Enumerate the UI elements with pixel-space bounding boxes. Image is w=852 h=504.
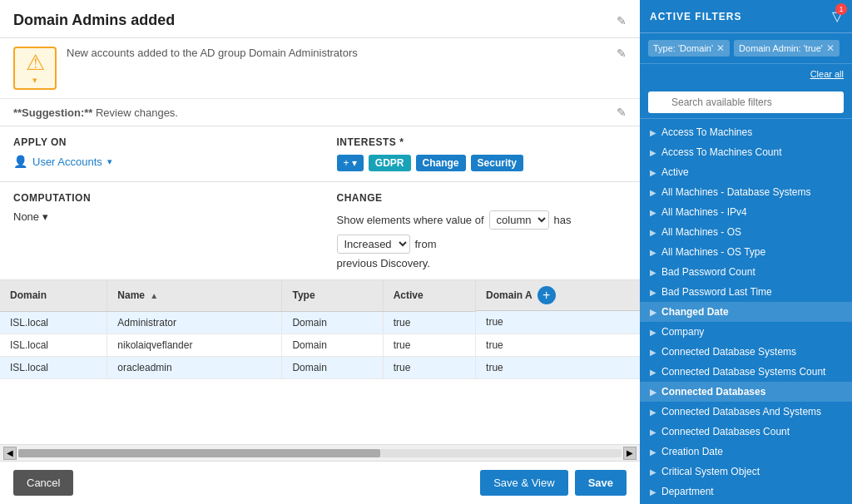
filter-item-label: Connected Databases And Systems: [661, 406, 821, 418]
filter-item-changed-date[interactable]: ▶ Changed Date: [640, 302, 852, 322]
filter-item-all-machines-os-type[interactable]: ▶ All Machines - OS Type: [640, 242, 852, 262]
filter-item-label: Access To Machines Count: [661, 146, 782, 158]
filter-item-label: Company: [661, 326, 704, 338]
filter-item-all-machines-db[interactable]: ▶ All Machines - Database Systems: [640, 182, 852, 202]
table-row: ISL.local oracleadmin Domain true true: [0, 356, 640, 378]
right-sidebar: ACTIVE FILTERS ▽ 1 Type: 'Domain' ✕ Doma…: [640, 0, 852, 504]
filter-arrow: ▶: [650, 288, 656, 297]
alert-content: New accounts added to the AD group Domai…: [67, 47, 607, 59]
filter-item-access-machines[interactable]: ▶ Access To Machines: [640, 122, 852, 142]
alert-section: ⚠ ▾ New accounts added to the AD group D…: [0, 38, 640, 99]
filter-arrow: ▶: [650, 467, 656, 477]
filter-item-company[interactable]: ▶ Company: [640, 322, 852, 342]
show-elements-text: Show elements where value of: [337, 214, 484, 226]
computation-label: COMPUTATION: [13, 192, 304, 204]
filter-arrow: ▶: [650, 348, 656, 357]
filter-item-all-machines-ipv4[interactable]: ▶ All Machines - IPv4: [640, 202, 852, 222]
alert-edit-icon[interactable]: ✎: [617, 47, 627, 60]
filter-item-label: All Machines - OS Type: [661, 246, 765, 258]
filter-item-department[interactable]: ▶ Department: [640, 482, 852, 502]
previous-discovery-text: previous Discovery.: [337, 257, 627, 269]
cell-name-2: nikolaiqveflander: [107, 334, 282, 356]
horizontal-scrollbar[interactable]: ◀ ▶: [0, 444, 640, 461]
header-edit-icon[interactable]: ✎: [617, 14, 627, 27]
scroll-right-arrow[interactable]: ▶: [623, 447, 637, 460]
table-row: ISL.local nikolaiqveflander Domain true …: [0, 334, 640, 356]
tag-gdpr[interactable]: GDPR: [369, 155, 411, 171]
filter-item-creation-date[interactable]: ▶ Creation Date: [640, 442, 852, 462]
filter-item-label: All Machines - IPv4: [661, 206, 747, 218]
from-text: from: [415, 238, 437, 250]
cell-domain-3: ISL.local: [0, 356, 107, 378]
tag-security[interactable]: Security: [471, 155, 523, 171]
scroll-left-arrow[interactable]: ◀: [3, 447, 17, 460]
filter-item-label: Connected Databases Count: [661, 426, 790, 437]
filter-item-connected-db-systems[interactable]: ▶ Connected Database Systems: [640, 342, 852, 362]
cancel-button[interactable]: Cancel: [13, 470, 73, 496]
alert-right: ✎: [617, 47, 627, 60]
save-button[interactable]: Save: [575, 470, 627, 496]
col-active: Active: [383, 280, 475, 311]
filter-item-connected-db-and-systems[interactable]: ▶ Connected Databases And Systems: [640, 402, 852, 422]
cell-domainadmin-1: true: [476, 311, 640, 334]
col-domain: Domain: [0, 280, 107, 311]
filter-item-connected-db-systems-count[interactable]: ▶ Connected Database Systems Count: [640, 362, 852, 382]
search-wrapper: 🔍: [648, 91, 844, 113]
active-tag-domain-admin-label: Domain Admin: 'true': [739, 43, 823, 53]
filter-arrow: ▶: [650, 168, 656, 177]
col-name[interactable]: Name ▲: [107, 280, 282, 311]
add-column-button[interactable]: +: [537, 286, 556, 304]
filter-item-label: Access To Machines: [661, 126, 752, 138]
filter-item-label: Critical System Object: [661, 466, 760, 477]
filter-arrow: ▶: [650, 427, 656, 437]
alert-text: New accounts added to the AD group Domai…: [67, 43, 358, 59]
add-interest-button[interactable]: + ▾: [337, 155, 364, 171]
active-tag-domain-admin-close[interactable]: ✕: [826, 42, 835, 54]
apply-on-text: User Accounts: [32, 156, 102, 168]
sidebar-title: ACTIVE FILTERS: [650, 11, 741, 22]
clear-all-button[interactable]: Clear all: [810, 69, 844, 79]
filter-search-input[interactable]: [648, 91, 844, 113]
scroll-track[interactable]: [18, 449, 622, 457]
change-row: Show elements where value of column has …: [337, 210, 627, 254]
suggestion-text: **Suggestion:** Review changes.: [13, 106, 178, 119]
increased-select[interactable]: Increased: [337, 235, 410, 254]
active-filter-tags: Type: 'Domain' ✕ Domain Admin: 'true' ✕: [640, 33, 852, 64]
tag-change[interactable]: Change: [416, 155, 466, 171]
filter-arrow: ▶: [650, 128, 656, 137]
filter-item-connected-databases[interactable]: ▶ Connected Databases: [640, 382, 852, 402]
filter-item-all-machines-os[interactable]: ▶ All Machines - OS: [640, 222, 852, 242]
cell-domainadmin-2: true: [476, 334, 640, 356]
filter-arrow: ▶: [650, 328, 656, 337]
column-select[interactable]: column: [489, 210, 549, 230]
filter-item-bad-password-count[interactable]: ▶ Bad Password Count: [640, 262, 852, 282]
footer: Cancel Save & View Save: [0, 461, 640, 504]
filter-item-access-machines-count[interactable]: ▶ Access To Machines Count: [640, 142, 852, 162]
suggestion-value: Review changes.: [96, 106, 178, 119]
interests-label: INTERESTS *: [337, 136, 627, 148]
warning-chevron: ▾: [32, 75, 37, 86]
cell-type-1: Domain: [282, 311, 383, 334]
cell-active-1: true: [383, 311, 475, 334]
filter-arrow: ▶: [650, 487, 656, 497]
col-domain-admin: Domain A +: [476, 280, 640, 311]
filter-item-label: Department: [661, 486, 714, 497]
filter-item-active[interactable]: ▶ Active: [640, 162, 852, 182]
active-tag-domain-admin: Domain Admin: 'true' ✕: [734, 40, 840, 57]
filter-item-critical-system-object[interactable]: ▶ Critical System Object: [640, 462, 852, 482]
computation-value: None: [13, 210, 39, 223]
suggestion-bar: **Suggestion:** Review changes. ✎: [0, 99, 640, 126]
sidebar-header: ACTIVE FILTERS ▽ 1: [640, 0, 852, 33]
computation-dropdown[interactable]: None ▾: [13, 210, 304, 223]
filter-item-connected-db-count[interactable]: ▶ Connected Databases Count: [640, 422, 852, 442]
suggestion-edit-icon[interactable]: ✎: [617, 106, 627, 119]
apply-interests-section: APPLY ON 👤 User Accounts ▾ INTERESTS * +…: [0, 126, 640, 182]
filter-item-label: Connected Database Systems: [661, 346, 796, 358]
filter-item-bad-password-last-time[interactable]: ▶ Bad Password Last Time: [640, 282, 852, 302]
cell-type-3: Domain: [282, 356, 383, 378]
filter-item-label: Changed Date: [661, 306, 729, 318]
apply-on-value[interactable]: 👤 User Accounts ▾: [13, 155, 304, 168]
save-view-button[interactable]: Save & View: [480, 470, 567, 496]
active-tag-domain-close[interactable]: ✕: [716, 42, 725, 54]
scroll-thumb[interactable]: [18, 449, 380, 457]
